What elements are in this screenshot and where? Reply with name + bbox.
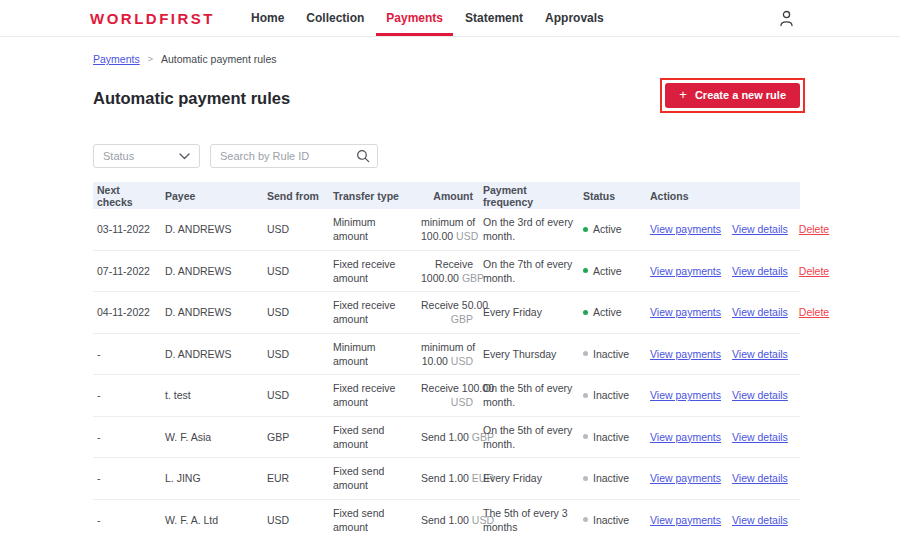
cell-transfer_type: Minimum amount	[329, 213, 417, 245]
table-row-1: 03-11-2022D. ANDREWSUSDMinimum amountmin…	[93, 209, 800, 251]
column-header-payee: Payee	[161, 190, 263, 202]
cell-next_check: 04-11-2022	[93, 303, 161, 321]
amount-value: minimum of	[421, 216, 475, 228]
cell-next_check: -	[93, 345, 161, 363]
status-filter-select[interactable]: Status	[93, 144, 200, 168]
cell-transfer_type: Fixed receive amount	[329, 255, 417, 287]
cell-transfer_type: Fixed receive amount	[329, 296, 417, 328]
view-details-link[interactable]: View details	[732, 513, 788, 527]
cell-next_check: -	[93, 511, 161, 529]
column-header-amount: Amount	[417, 190, 479, 202]
nav-item-approvals[interactable]: Approvals	[543, 0, 606, 36]
worldfirst-logo[interactable]: WORLDFIRST	[90, 10, 215, 27]
delete-link[interactable]: Delete	[799, 264, 829, 278]
cell-status: Active	[579, 220, 646, 238]
search-icon[interactable]	[356, 149, 370, 167]
breadcrumb-item-payments[interactable]: Payments	[93, 53, 140, 65]
breadcrumb: Payments>Automatic payment rules	[0, 37, 900, 65]
cell-frequency: Every Thursday	[479, 345, 579, 363]
cell-send_from: USD	[263, 511, 329, 529]
cell-amount: Receive 100.00USD	[417, 379, 479, 411]
status-active-dot	[583, 227, 588, 232]
amount-value: 10.00	[422, 355, 448, 367]
table-header-row: Next checksPayeeSend fromTransfer typeAm…	[93, 182, 800, 209]
cell-actions: View paymentsView details	[646, 345, 800, 363]
status-label: Inactive	[593, 513, 629, 527]
delete-link[interactable]: Delete	[799, 222, 829, 236]
status-label: Inactive	[593, 388, 629, 402]
highlight-annotation-box: + Create a new rule	[660, 78, 805, 113]
amount-value: 1000.00	[421, 272, 459, 284]
top-header: WORLDFIRST HomeCollectionPaymentsStateme…	[0, 0, 900, 37]
cell-payee: W. F. A. Ltd	[161, 511, 263, 529]
status-active-dot	[583, 310, 588, 315]
cell-send_from: USD	[263, 262, 329, 280]
cell-actions: View paymentsView details	[646, 428, 800, 446]
amount-line: 100.00 USD	[421, 229, 473, 243]
cell-payee: t. test	[161, 386, 263, 404]
status-label: Inactive	[593, 430, 629, 444]
cell-frequency: The 5th of every 3 months	[479, 504, 579, 536]
status-inactive-dot	[583, 476, 588, 481]
rules-table: Next checksPayeeSend fromTransfer typeAm…	[93, 182, 800, 536]
view-details-link[interactable]: View details	[732, 264, 788, 278]
column-header-actions: Actions	[646, 190, 800, 202]
amount-currency: USD	[456, 230, 478, 242]
plus-icon: +	[679, 90, 687, 100]
cell-amount: Send 1.00 GBP	[417, 428, 479, 446]
create-new-rule-label: Create a new rule	[695, 89, 786, 101]
cell-payee: D. ANDREWS	[161, 345, 263, 363]
view-details-link[interactable]: View details	[732, 305, 788, 319]
view-payments-link[interactable]: View payments	[650, 264, 721, 278]
amount-line: USD	[421, 395, 473, 409]
main-content: Automatic payment rules + Create a new r…	[0, 89, 900, 536]
cell-frequency: On the 3rd of every month.	[479, 213, 579, 245]
nav-item-collection[interactable]: Collection	[304, 0, 366, 36]
chevron-down-icon	[179, 150, 190, 162]
column-header-status: Status	[579, 190, 646, 202]
rule-search-input[interactable]	[210, 144, 378, 168]
view-payments-link[interactable]: View payments	[650, 305, 721, 319]
amount-value: minimum of	[421, 341, 475, 353]
nav-item-statement[interactable]: Statement	[463, 0, 525, 36]
view-payments-link[interactable]: View payments	[650, 471, 721, 485]
cell-transfer_type: Fixed receive amount	[329, 379, 417, 411]
amount-line: minimum of	[421, 215, 473, 229]
amount-line: Receive 50.00	[421, 298, 473, 312]
cell-payee: D. ANDREWS	[161, 262, 263, 280]
delete-link[interactable]: Delete	[799, 305, 829, 319]
nav-item-home[interactable]: Home	[249, 0, 286, 36]
cell-amount: Receive 50.00GBP	[417, 296, 479, 328]
view-payments-link[interactable]: View payments	[650, 430, 721, 444]
cell-amount: minimum of10.00 USD	[417, 338, 479, 370]
amount-currency: USD	[451, 396, 473, 408]
status-inactive-dot	[583, 351, 588, 356]
view-payments-link[interactable]: View payments	[650, 222, 721, 236]
cell-next_check: -	[93, 428, 161, 446]
cell-amount: Receive1000.00 GBP	[417, 255, 479, 287]
user-account-icon[interactable]	[779, 10, 794, 31]
status-label: Active	[593, 264, 622, 278]
status-label: Inactive	[593, 347, 629, 361]
cell-send_from: USD	[263, 386, 329, 404]
view-payments-link[interactable]: View payments	[650, 513, 721, 527]
view-details-link[interactable]: View details	[732, 388, 788, 402]
amount-value: Send 1.00	[421, 431, 469, 443]
view-details-link[interactable]: View details	[732, 430, 788, 444]
view-details-link[interactable]: View details	[732, 471, 788, 485]
cell-frequency: On the 7th of every month.	[479, 255, 579, 287]
view-payments-link[interactable]: View payments	[650, 347, 721, 361]
amount-line: 1000.00 GBP	[421, 271, 473, 285]
view-details-link[interactable]: View details	[732, 222, 788, 236]
cell-next_check: 03-11-2022	[93, 220, 161, 238]
cell-frequency: On the 5th of every month.	[479, 379, 579, 411]
cell-send_from: USD	[263, 220, 329, 238]
view-payments-link[interactable]: View payments	[650, 388, 721, 402]
status-inactive-dot	[583, 517, 588, 522]
view-details-link[interactable]: View details	[732, 347, 788, 361]
nav-item-payments[interactable]: Payments	[384, 0, 445, 36]
status-label: Inactive	[593, 471, 629, 485]
amount-line: Receive 100.00	[421, 381, 473, 395]
amount-line: Send 1.00 USD	[421, 513, 473, 527]
create-new-rule-button[interactable]: + Create a new rule	[665, 83, 800, 108]
